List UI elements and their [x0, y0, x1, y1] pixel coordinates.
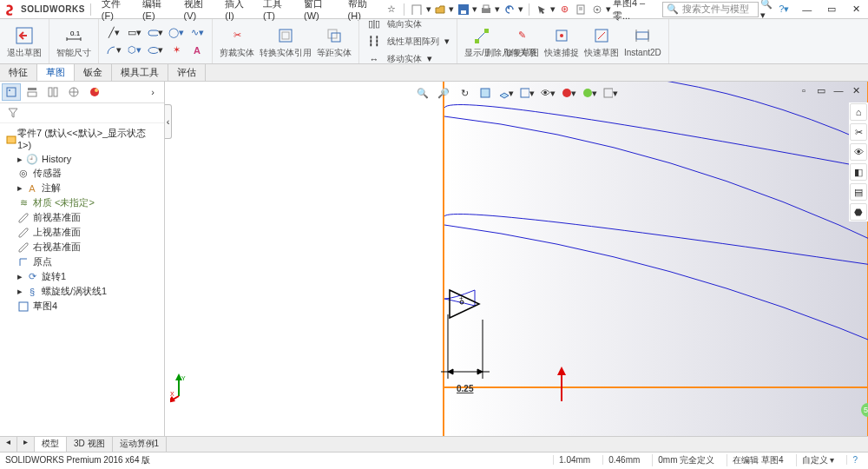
viewport[interactable]: 🔍 🔎 ↻ ▾ ▾ 👁▾ ▾ ▾ ▾ ▫ ▭ — ✕ ⌂ ✂ 👁 ◧ ▤ ⬣: [165, 82, 868, 436]
property-tab-icon[interactable]: [23, 83, 42, 101]
save-icon[interactable]: [456, 2, 470, 17]
prev-view-icon[interactable]: ↻: [457, 85, 472, 101]
ellipse-icon[interactable]: ▾: [148, 43, 163, 58]
tree-item[interactable]: ▸🕘History: [2, 152, 162, 166]
relations-button[interactable]: 显示/删除几何关系: [464, 25, 499, 58]
arc-icon[interactable]: ▾: [106, 43, 122, 58]
tree-item[interactable]: 原点: [2, 254, 162, 269]
graphics-area[interactable]: + 0.25: [165, 82, 868, 436]
minimize-icon[interactable]: —: [799, 3, 816, 17]
tab-scroll-right[interactable]: ▸: [17, 437, 35, 452]
select-icon[interactable]: [535, 2, 549, 17]
move-button[interactable]: ↔移动实体▾: [366, 51, 432, 67]
tree-item[interactable]: ▸A注解: [2, 181, 162, 195]
rebuild-icon[interactable]: ⊛: [557, 2, 572, 17]
doc-props-icon[interactable]: [574, 2, 589, 17]
origin-icon: [17, 256, 30, 268]
viewport-layout-icon[interactable]: ▾: [602, 85, 618, 101]
smart-dim-button[interactable]: 0.1 智能尺寸: [49, 19, 99, 63]
tree-item[interactable]: ◎传感器: [2, 166, 162, 181]
svg-rect-32: [54, 88, 57, 96]
feature-tree[interactable]: 零件7 (默认<<默认>_显示状态 1>) ▸🕘History ◎传感器 ▸A注…: [0, 123, 164, 436]
point-icon[interactable]: ✶: [168, 43, 184, 58]
config-pane-icon[interactable]: ▤: [850, 183, 867, 201]
search-box[interactable]: 🔍搜索文件与模型: [662, 2, 759, 17]
hide-show-icon[interactable]: 👁▾: [540, 85, 556, 101]
tree-item[interactable]: 上视基准面: [2, 225, 162, 240]
tree-item[interactable]: ≋材质 <未指定>: [2, 195, 162, 210]
repair-button[interactable]: ✎ 修复草图: [504, 25, 539, 58]
convert-button[interactable]: 转换实体引用: [260, 25, 312, 58]
clip-icon[interactable]: ✂: [850, 123, 867, 141]
status-custom[interactable]: 自定义 ▾: [796, 454, 840, 466]
options-icon[interactable]: [589, 2, 604, 17]
vp-close-icon[interactable]: —: [832, 83, 845, 97]
vp-x-icon[interactable]: ✕: [849, 83, 863, 97]
new-icon[interactable]: [410, 2, 424, 17]
trim-button[interactable]: ✂ 剪裁实体: [220, 25, 254, 58]
tree-root[interactable]: 零件7 (默认<<默认>_显示状态 1>): [2, 125, 162, 152]
tab-sheetmetal[interactable]: 钣金: [75, 64, 112, 81]
home-icon[interactable]: ⌂: [850, 103, 867, 121]
expand-icon[interactable]: ☆: [385, 2, 399, 17]
tree-item[interactable]: ▸⟳旋转1: [2, 269, 162, 284]
collapse-icon[interactable]: ›: [143, 83, 162, 101]
tab-sketch[interactable]: 草图: [37, 64, 75, 81]
circle-icon[interactable]: ◯▾: [168, 25, 184, 41]
instant2d-button[interactable]: Instant2D: [624, 25, 661, 58]
offset-button[interactable]: 等距实体: [317, 25, 352, 58]
open-icon[interactable]: [433, 2, 448, 17]
view-icon[interactable]: 👁: [850, 143, 867, 161]
view-orient-icon[interactable]: ▾: [498, 85, 514, 101]
search-go-icon[interactable]: 🔍▾: [760, 2, 775, 17]
config-tab-icon[interactable]: [43, 83, 62, 101]
tab-3dview[interactable]: 3D 视图: [67, 437, 113, 452]
dimension-value[interactable]: 0.25: [457, 384, 473, 393]
tab-model[interactable]: 模型: [35, 437, 67, 452]
tree-item[interactable]: 右视基准面: [2, 240, 162, 254]
maximize-icon[interactable]: ▭: [823, 3, 840, 17]
palette-icon[interactable]: ◧: [850, 163, 867, 181]
text-icon[interactable]: A: [189, 43, 205, 58]
mirror-button[interactable]: ▯|▯镜向实体: [366, 17, 422, 32]
tree-tab-icon[interactable]: [2, 83, 21, 101]
resources-icon[interactable]: ⬣: [850, 203, 867, 221]
tab-evaluate[interactable]: 评估: [168, 64, 206, 81]
section-icon[interactable]: [477, 85, 493, 101]
tab-motion[interactable]: 运动算例1: [113, 437, 168, 452]
status-help-icon[interactable]: ?: [846, 455, 863, 465]
appearance-icon[interactable]: ▾: [561, 85, 576, 101]
dim-tab-icon[interactable]: [64, 83, 83, 101]
help-icon[interactable]: ?▾: [777, 2, 792, 17]
rapid-sketch-button[interactable]: 快速草图: [584, 25, 619, 58]
tree-item[interactable]: 草图4: [2, 299, 162, 314]
rect-icon[interactable]: ▭▾: [127, 25, 142, 41]
spline-icon[interactable]: ∿▾: [189, 25, 205, 41]
slot-icon[interactable]: ▾: [148, 25, 163, 41]
scene-icon[interactable]: ▾: [582, 85, 597, 101]
task-pane: ⌂ ✂ 👁 ◧ ▤ ⬣: [849, 102, 868, 221]
linear-pattern-button[interactable]: ┇┇线性草图阵列▾: [366, 34, 450, 50]
print-icon[interactable]: [479, 2, 494, 17]
instant2d-icon: [632, 25, 653, 46]
funnel-icon[interactable]: [5, 105, 21, 121]
tab-scroll-left[interactable]: ◂: [0, 437, 17, 452]
tab-feature[interactable]: 特征: [0, 64, 37, 81]
display-style-icon[interactable]: ▾: [519, 85, 535, 101]
svg-rect-16: [328, 30, 337, 38]
appearance-tab-icon[interactable]: [85, 83, 104, 101]
zoom-area-icon[interactable]: 🔎: [436, 85, 451, 101]
polygon-icon[interactable]: ⬡▾: [127, 43, 142, 58]
tab-mold[interactable]: 模具工具: [112, 64, 168, 81]
tree-item[interactable]: ▸§螺旋线/涡状线1: [2, 284, 162, 299]
undo-icon[interactable]: [502, 2, 516, 17]
tree-item[interactable]: 前视基准面: [2, 210, 162, 225]
vp-max-icon[interactable]: ▭: [814, 83, 828, 97]
vp-min-icon[interactable]: ▫: [797, 83, 811, 97]
line-icon[interactable]: ╱▾: [106, 25, 122, 41]
svg-point-13: [148, 47, 158, 53]
snap-button[interactable]: 快速捕捉: [544, 25, 579, 58]
close-icon[interactable]: ✕: [847, 3, 865, 17]
exit-sketch-button[interactable]: 退出草图: [0, 19, 49, 63]
zoom-fit-icon[interactable]: 🔍: [415, 85, 431, 101]
